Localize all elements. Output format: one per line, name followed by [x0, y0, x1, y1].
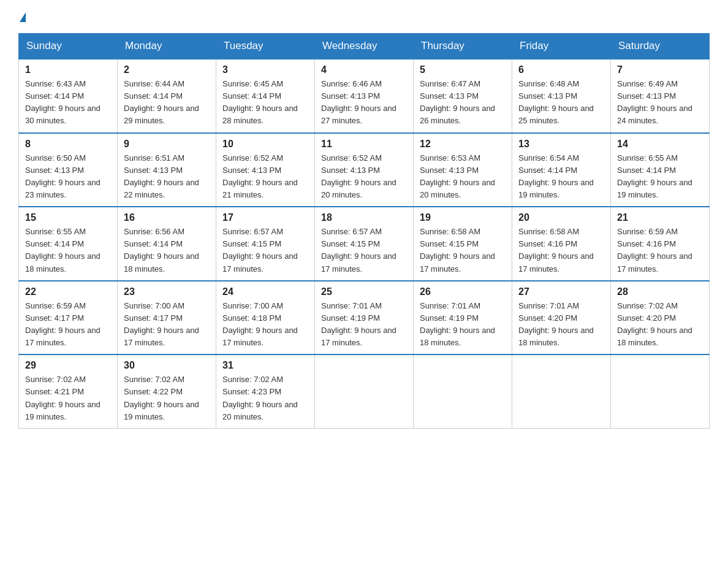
calendar-cell: 2 Sunrise: 6:44 AMSunset: 4:14 PMDayligh… — [118, 59, 216, 133]
day-number: 3 — [222, 64, 308, 75]
day-number: 22 — [25, 286, 111, 297]
calendar-cell: 25 Sunrise: 7:01 AMSunset: 4:19 PMDaylig… — [315, 281, 414, 355]
day-number: 6 — [518, 64, 604, 75]
calendar-cell: 21 Sunrise: 6:59 AMSunset: 4:16 PMDaylig… — [611, 207, 710, 281]
day-number: 16 — [124, 212, 210, 223]
calendar-week-row: 1 Sunrise: 6:43 AMSunset: 4:14 PMDayligh… — [19, 59, 710, 133]
day-number: 17 — [222, 212, 308, 223]
day-number: 26 — [420, 286, 506, 297]
day-number: 19 — [420, 212, 506, 223]
calendar-cell — [414, 354, 512, 428]
calendar-cell: 15 Sunrise: 6:55 AMSunset: 4:14 PMDaylig… — [19, 207, 118, 281]
day-number: 4 — [321, 64, 407, 75]
day-info: Sunrise: 7:02 AMSunset: 4:21 PMDaylight:… — [25, 375, 100, 421]
day-info: Sunrise: 7:01 AMSunset: 4:20 PMDaylight:… — [518, 301, 594, 347]
calendar-cell: 16 Sunrise: 6:56 AMSunset: 4:14 PMDaylig… — [118, 207, 216, 281]
calendar-cell: 20 Sunrise: 6:58 AMSunset: 4:16 PMDaylig… — [512, 207, 611, 281]
calendar-cell: 5 Sunrise: 6:47 AMSunset: 4:13 PMDayligh… — [414, 59, 512, 133]
day-info: Sunrise: 7:00 AMSunset: 4:17 PMDaylight:… — [124, 301, 199, 347]
day-info: Sunrise: 7:02 AMSunset: 4:23 PMDaylight:… — [222, 375, 298, 421]
day-info: Sunrise: 7:01 AMSunset: 4:19 PMDaylight:… — [420, 301, 495, 347]
day-number: 7 — [617, 64, 703, 75]
day-number: 9 — [124, 139, 210, 150]
day-info: Sunrise: 6:58 AMSunset: 4:15 PMDaylight:… — [420, 227, 495, 273]
calendar-table: SundayMondayTuesdayWednesdayThursdayFrid… — [18, 33, 710, 429]
day-number: 30 — [124, 360, 210, 371]
day-info: Sunrise: 6:43 AMSunset: 4:14 PMDaylight:… — [25, 79, 100, 125]
calendar-cell: 12 Sunrise: 6:53 AMSunset: 4:13 PMDaylig… — [414, 133, 512, 207]
day-number: 1 — [25, 64, 111, 75]
day-info: Sunrise: 6:57 AMSunset: 4:15 PMDaylight:… — [321, 227, 396, 273]
calendar-cell: 14 Sunrise: 6:55 AMSunset: 4:14 PMDaylig… — [611, 133, 710, 207]
day-number: 18 — [321, 212, 407, 223]
calendar-cell: 17 Sunrise: 6:57 AMSunset: 4:15 PMDaylig… — [216, 207, 315, 281]
calendar-cell: 3 Sunrise: 6:45 AMSunset: 4:14 PMDayligh… — [216, 59, 315, 133]
calendar-cell: 27 Sunrise: 7:01 AMSunset: 4:20 PMDaylig… — [512, 281, 611, 355]
day-number: 23 — [124, 286, 210, 297]
day-info: Sunrise: 6:50 AMSunset: 4:13 PMDaylight:… — [25, 153, 100, 199]
weekday-header-wednesday: Wednesday — [315, 34, 414, 59]
calendar-cell — [512, 354, 611, 428]
day-info: Sunrise: 6:48 AMSunset: 4:13 PMDaylight:… — [518, 79, 594, 125]
calendar-cell: 24 Sunrise: 7:00 AMSunset: 4:18 PMDaylig… — [216, 281, 315, 355]
calendar-cell: 11 Sunrise: 6:52 AMSunset: 4:13 PMDaylig… — [315, 133, 414, 207]
calendar-cell: 19 Sunrise: 6:58 AMSunset: 4:15 PMDaylig… — [414, 207, 512, 281]
day-number: 5 — [420, 64, 506, 75]
day-info: Sunrise: 6:55 AMSunset: 4:14 PMDaylight:… — [25, 227, 100, 273]
day-info: Sunrise: 7:01 AMSunset: 4:19 PMDaylight:… — [321, 301, 396, 347]
calendar-week-row: 15 Sunrise: 6:55 AMSunset: 4:14 PMDaylig… — [19, 207, 710, 281]
calendar-week-row: 29 Sunrise: 7:02 AMSunset: 4:21 PMDaylig… — [19, 354, 710, 428]
day-info: Sunrise: 7:02 AMSunset: 4:22 PMDaylight:… — [124, 375, 199, 421]
day-number: 11 — [321, 139, 407, 150]
day-info: Sunrise: 6:58 AMSunset: 4:16 PMDaylight:… — [518, 227, 594, 273]
day-number: 10 — [222, 139, 308, 150]
weekday-header-saturday: Saturday — [611, 34, 710, 59]
day-info: Sunrise: 6:49 AMSunset: 4:13 PMDaylight:… — [617, 79, 692, 125]
day-number: 25 — [321, 286, 407, 297]
calendar-cell: 22 Sunrise: 6:59 AMSunset: 4:17 PMDaylig… — [19, 281, 118, 355]
calendar-cell: 13 Sunrise: 6:54 AMSunset: 4:14 PMDaylig… — [512, 133, 611, 207]
day-number: 8 — [25, 139, 111, 150]
day-info: Sunrise: 6:51 AMSunset: 4:13 PMDaylight:… — [124, 153, 199, 199]
calendar-cell: 31 Sunrise: 7:02 AMSunset: 4:23 PMDaylig… — [216, 354, 315, 428]
calendar-cell: 23 Sunrise: 7:00 AMSunset: 4:17 PMDaylig… — [118, 281, 216, 355]
calendar-cell: 4 Sunrise: 6:46 AMSunset: 4:13 PMDayligh… — [315, 59, 414, 133]
calendar-cell: 10 Sunrise: 6:52 AMSunset: 4:13 PMDaylig… — [216, 133, 315, 207]
weekday-header-sunday: Sunday — [19, 34, 118, 59]
weekday-header-tuesday: Tuesday — [216, 34, 315, 59]
calendar-cell: 28 Sunrise: 7:02 AMSunset: 4:20 PMDaylig… — [611, 281, 710, 355]
day-info: Sunrise: 6:46 AMSunset: 4:13 PMDaylight:… — [321, 79, 396, 125]
logo-triangle-icon — [20, 12, 26, 22]
day-info: Sunrise: 6:54 AMSunset: 4:14 PMDaylight:… — [518, 153, 594, 199]
calendar-cell: 1 Sunrise: 6:43 AMSunset: 4:14 PMDayligh… — [19, 59, 118, 133]
weekday-header-thursday: Thursday — [414, 34, 512, 59]
calendar-cell — [611, 354, 710, 428]
calendar-cell: 6 Sunrise: 6:48 AMSunset: 4:13 PMDayligh… — [512, 59, 611, 133]
weekday-header-friday: Friday — [512, 34, 611, 59]
day-number: 12 — [420, 139, 506, 150]
day-number: 14 — [617, 139, 703, 150]
day-number: 15 — [25, 212, 111, 223]
day-info: Sunrise: 6:56 AMSunset: 4:14 PMDaylight:… — [124, 227, 199, 273]
day-info: Sunrise: 6:52 AMSunset: 4:13 PMDaylight:… — [321, 153, 396, 199]
day-info: Sunrise: 6:47 AMSunset: 4:13 PMDaylight:… — [420, 79, 495, 125]
day-info: Sunrise: 6:59 AMSunset: 4:16 PMDaylight:… — [617, 227, 692, 273]
calendar-cell: 29 Sunrise: 7:02 AMSunset: 4:21 PMDaylig… — [19, 354, 118, 428]
calendar-cell: 18 Sunrise: 6:57 AMSunset: 4:15 PMDaylig… — [315, 207, 414, 281]
day-info: Sunrise: 6:57 AMSunset: 4:15 PMDaylight:… — [222, 227, 298, 273]
day-number: 21 — [617, 212, 703, 223]
day-info: Sunrise: 6:52 AMSunset: 4:13 PMDaylight:… — [222, 153, 298, 199]
calendar-cell: 7 Sunrise: 6:49 AMSunset: 4:13 PMDayligh… — [611, 59, 710, 133]
day-info: Sunrise: 6:44 AMSunset: 4:14 PMDaylight:… — [124, 79, 199, 125]
day-info: Sunrise: 6:45 AMSunset: 4:14 PMDaylight:… — [222, 79, 298, 125]
calendar-week-row: 22 Sunrise: 6:59 AMSunset: 4:17 PMDaylig… — [19, 281, 710, 355]
day-number: 20 — [518, 212, 604, 223]
day-info: Sunrise: 6:59 AMSunset: 4:17 PMDaylight:… — [25, 301, 100, 347]
day-number: 13 — [518, 139, 604, 150]
calendar-week-row: 8 Sunrise: 6:50 AMSunset: 4:13 PMDayligh… — [19, 133, 710, 207]
header — [18, 12, 710, 22]
day-number: 28 — [617, 286, 703, 297]
calendar-cell — [315, 354, 414, 428]
calendar-cell: 26 Sunrise: 7:01 AMSunset: 4:19 PMDaylig… — [414, 281, 512, 355]
day-info: Sunrise: 7:02 AMSunset: 4:20 PMDaylight:… — [617, 301, 692, 347]
